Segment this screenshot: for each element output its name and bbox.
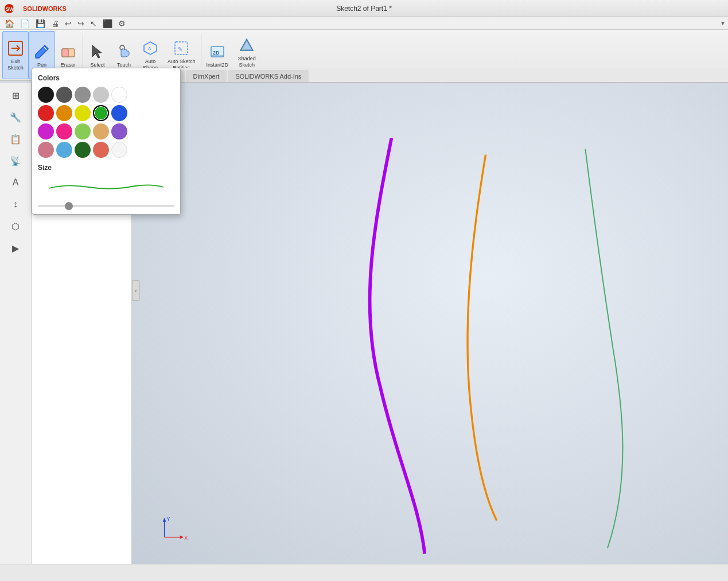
- swatch-dark-green[interactable]: [75, 142, 91, 158]
- canvas-area[interactable]: Y X: [132, 83, 728, 564]
- eraser-label: Eraser: [61, 62, 76, 68]
- orange-curve: [468, 155, 497, 521]
- swatch-yellow[interactable]: [75, 105, 91, 121]
- svg-text:2D: 2D: [213, 50, 220, 56]
- swatch-empty-7: [130, 123, 146, 140]
- size-preview: [38, 175, 174, 198]
- svg-text:✎: ✎: [178, 46, 182, 52]
- brand-name: SOLIDWORKS: [23, 5, 67, 12]
- exit-sketch-button[interactable]: ExitSketch: [2, 31, 29, 79]
- svg-text:X: X: [184, 535, 188, 541]
- green-curve: [585, 149, 622, 548]
- eraser-icon: [59, 42, 77, 61]
- colors-popup: Colors Size: [32, 68, 181, 215]
- shaded-sketch-contours-icon: [238, 36, 256, 55]
- svg-marker-19: [163, 518, 166, 522]
- swatch-green[interactable]: [93, 105, 109, 121]
- undo-icon[interactable]: ↩: [63, 18, 74, 29]
- swatch-light-green[interactable]: [75, 123, 91, 140]
- size-slider[interactable]: [38, 205, 174, 207]
- swatch-empty-11: [148, 142, 164, 158]
- swatch-black[interactable]: [38, 87, 54, 103]
- select-icon: [88, 42, 107, 61]
- swatch-empty-4: [130, 105, 146, 121]
- svg-text:Y: Y: [166, 516, 170, 522]
- auto-shape-icon: A: [141, 39, 159, 57]
- swatch-purple[interactable]: [111, 123, 127, 140]
- swatch-medium-gray[interactable]: [75, 87, 91, 103]
- swatch-salmon[interactable]: [93, 142, 109, 158]
- svg-text:A: A: [148, 46, 151, 51]
- swatch-dark-gray[interactable]: [56, 87, 72, 103]
- exit-sketch-icon: [6, 39, 25, 57]
- new-icon[interactable]: 🏠: [2, 18, 17, 29]
- swatch-light-gray[interactable]: [93, 87, 109, 103]
- panel-collapse-handle[interactable]: ‹: [132, 280, 140, 301]
- size-label: Size: [38, 164, 174, 172]
- swatch-red[interactable]: [38, 105, 54, 121]
- swatch-empty-2: [148, 87, 164, 103]
- save-icon[interactable]: 💾: [33, 18, 48, 29]
- svg-text:SW: SW: [6, 6, 14, 12]
- exit-sketch-label: ExitSketch: [7, 59, 24, 71]
- redo-icon[interactable]: ↪: [75, 18, 87, 29]
- sidebar: ⊞ 🔧 📋 📡 A ↕ ⬡ ▶: [0, 83, 32, 581]
- svg-marker-7: [92, 45, 102, 58]
- instant2d-label: Instant2D: [207, 62, 229, 68]
- swatch-empty-12: [166, 142, 182, 158]
- touch-label: Touch: [117, 62, 131, 68]
- statusbar: [0, 564, 728, 581]
- quick-access-toolbar: 🏠 📄 💾 🖨 ↩ ↪ ↖ ⬛ ⚙ ▼: [0, 17, 728, 30]
- swatch-sky-blue[interactable]: [56, 142, 72, 158]
- app-logo: SW SOLIDWORKS: [5, 3, 67, 14]
- swatch-empty-6: [166, 105, 182, 121]
- colors-title: Colors: [38, 74, 174, 82]
- sidebar-move-icon[interactable]: ↕: [3, 194, 28, 215]
- titlebar: SW SOLIDWORKS Sketch2 of Part1 *: [0, 0, 728, 17]
- sidebar-filter-icon[interactable]: ⊞: [3, 85, 28, 106]
- swatch-magenta[interactable]: [38, 123, 54, 140]
- select-label: Select: [90, 62, 104, 68]
- sidebar-annotation-icon[interactable]: A: [3, 172, 28, 193]
- sidebar-material-icon[interactable]: ⬡: [3, 216, 28, 237]
- touch-icon: [115, 42, 133, 61]
- instant2d-icon: 2D: [208, 42, 227, 61]
- color-grid: [38, 87, 174, 158]
- swatch-empty-3: [166, 87, 182, 103]
- swatch-orange[interactable]: [56, 105, 72, 121]
- origin-indicator: Y X: [163, 516, 188, 541]
- auto-sketch-entities-icon: ✎: [172, 39, 190, 57]
- swatch-white[interactable]: [111, 87, 127, 103]
- pen-label: Pen: [37, 62, 46, 68]
- canvas-svg: Y X: [132, 83, 728, 564]
- window-title: Sketch2 of Part1 *: [336, 5, 392, 13]
- swatch-empty-10: [130, 142, 146, 158]
- swatch-peach[interactable]: [93, 123, 109, 140]
- swatch-empty-1: [130, 87, 146, 103]
- sidebar-history-icon[interactable]: 📋: [3, 129, 28, 149]
- swatch-empty-5: [148, 105, 164, 121]
- swatch-blue[interactable]: [111, 105, 127, 121]
- open-icon[interactable]: 📄: [18, 18, 32, 29]
- swatch-white2[interactable]: [111, 142, 127, 158]
- toolbar-expand-icon[interactable]: ▼: [720, 20, 726, 26]
- print-icon[interactable]: 🖨: [49, 18, 61, 29]
- tab-dimxpert[interactable]: DimXpert: [186, 70, 227, 82]
- swatch-rose[interactable]: [38, 142, 54, 158]
- build-icon[interactable]: ⬛: [100, 18, 115, 29]
- purple-curve: [369, 138, 425, 554]
- swatch-empty-9: [166, 123, 182, 140]
- swatch-hot-pink[interactable]: [56, 123, 72, 140]
- svg-marker-22: [180, 536, 184, 539]
- tab-solidworks-addins[interactable]: SOLIDWORKS Add-Ins: [228, 70, 309, 82]
- sidebar-sensor-icon[interactable]: 📡: [3, 150, 28, 171]
- sidebar-expand-icon[interactable]: ▶: [3, 238, 28, 258]
- svg-rect-6: [62, 49, 68, 57]
- sidebar-part-icon[interactable]: 🔧: [3, 107, 28, 127]
- solidworks-logo-icon: SW: [5, 3, 21, 14]
- pen-icon: [33, 42, 51, 61]
- options-icon[interactable]: ⚙: [116, 18, 128, 29]
- select-tool-icon[interactable]: ↖: [88, 18, 99, 29]
- swatch-empty-8: [148, 123, 164, 140]
